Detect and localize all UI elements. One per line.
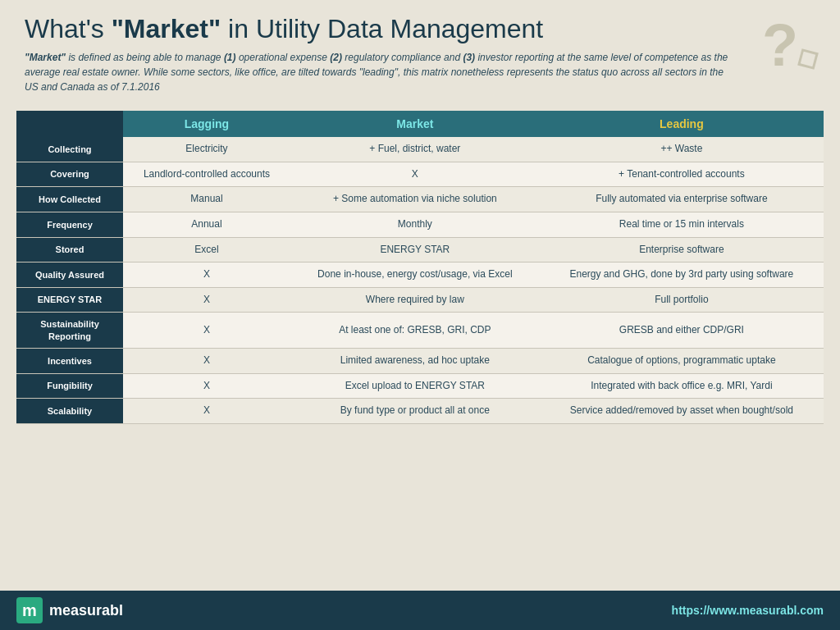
logo-icon: m <box>16 597 43 623</box>
col-header-lagging: Lagging <box>123 111 290 137</box>
row-leading: Real time or 15 min intervals <box>540 212 824 237</box>
table-row: FrequencyAnnualMonthlyReal time or 15 mi… <box>16 212 824 237</box>
row-leading: Enterprise software <box>540 237 824 262</box>
row-label: Scalability <box>16 399 123 424</box>
row-market: + Fuel, district, water <box>290 137 540 162</box>
table-row: CollectingElectricity+ Fuel, district, w… <box>16 137 824 162</box>
row-market: Monthly <box>290 212 540 237</box>
table-row: ScalabilityXBy fund type or product all … <box>16 399 824 424</box>
row-label: Sustainability Reporting <box>16 313 123 349</box>
row-lagging: X <box>123 287 290 313</box>
row-label: Frequency <box>16 212 123 237</box>
row-market: Where required by law <box>290 287 540 313</box>
row-market: X <box>290 162 540 187</box>
row-leading: Catalogue of options, programmatic uptak… <box>540 348 824 373</box>
row-leading: Integrated with back office e.g. MRI, Ya… <box>540 373 824 399</box>
row-leading: Service added/removed by asset when boug… <box>540 399 824 424</box>
row-market: Excel upload to ENERGY STAR <box>290 373 540 399</box>
row-label: Stored <box>16 237 123 262</box>
row-label: Covering <box>16 162 123 187</box>
row-market: Done in-house, energy cost/usage, via Ex… <box>290 262 540 288</box>
row-lagging: Excel <box>123 237 290 262</box>
logo-name: measurabl <box>49 602 123 619</box>
page-container: What's "Market" in Utility Data Manageme… <box>0 0 840 630</box>
row-lagging: X <box>123 313 290 349</box>
table-row: Sustainability ReportingXAt least one of… <box>16 313 824 349</box>
footer-logo: m measurabl <box>16 597 123 623</box>
row-lagging: Annual <box>123 212 290 237</box>
table-body: CollectingElectricity+ Fuel, district, w… <box>16 137 824 423</box>
row-market: Limited awareness, ad hoc uptake <box>290 348 540 373</box>
footer-url: https://www.measurabl.com <box>672 604 824 617</box>
logo-letter: m <box>22 601 37 620</box>
row-leading: Fully automated via enterprise software <box>540 187 824 212</box>
table-row: How CollectedManual+ Some automation via… <box>16 187 824 212</box>
title-market: "Market" <box>112 14 221 43</box>
row-label: ENERGY STAR <box>16 287 123 313</box>
table-row: StoredExcelENERGY STAREnterprise softwar… <box>16 237 824 262</box>
row-label: Quality Assured <box>16 262 123 288</box>
table-row: Quality AssuredXDone in-house, energy co… <box>16 262 824 288</box>
row-market: By fund type or product all at once <box>290 399 540 424</box>
comparison-table: Lagging Market Leading CollectingElectri… <box>16 111 824 424</box>
col-header-empty <box>16 111 123 137</box>
table-row: FungibilityXExcel upload to ENERGY STARI… <box>16 373 824 399</box>
description-market-bold: "Market" <box>25 52 66 63</box>
question-mark-decoration: ? <box>758 7 828 80</box>
row-lagging: X <box>123 348 290 373</box>
row-lagging: X <box>123 373 290 399</box>
comparison-table-wrapper: Lagging Market Leading CollectingElectri… <box>16 111 824 424</box>
page-title: What's "Market" in Utility Data Manageme… <box>25 15 815 43</box>
row-lagging: Landlord-controlled accounts <box>123 162 290 187</box>
row-leading: ++ Waste <box>540 137 824 162</box>
title-rest: in Utility Data Management <box>221 14 543 43</box>
row-leading: + Tenant-controlled accounts <box>540 162 824 187</box>
row-label: Incentives <box>16 348 123 373</box>
row-leading: Full portfolio <box>540 287 824 313</box>
table-row: IncentivesXLimited awareness, ad hoc upt… <box>16 348 824 373</box>
row-lagging: Manual <box>123 187 290 212</box>
col-header-market: Market <box>290 111 540 137</box>
col-header-leading: Leading <box>540 111 824 137</box>
row-lagging: X <box>123 262 290 288</box>
row-market: At least one of: GRESB, GRI, CDP <box>290 313 540 349</box>
description-rest: is defined as being able to manage (1) o… <box>25 52 728 93</box>
table-row: ENERGY STARXWhere required by lawFull po… <box>16 287 824 313</box>
svg-text:?: ? <box>762 12 798 76</box>
svg-rect-1 <box>799 50 817 68</box>
description-text: "Market" is defined as being able to man… <box>25 50 738 94</box>
row-leading: Energy and GHG, done by 3rd party using … <box>540 262 824 288</box>
row-market: + Some automation via niche solution <box>290 187 540 212</box>
row-label: Collecting <box>16 137 123 162</box>
row-label: Fungibility <box>16 373 123 399</box>
table-header-row: Lagging Market Leading <box>16 111 824 137</box>
table-row: CoveringLandlord-controlled accountsX+ T… <box>16 162 824 187</box>
row-leading: GRESB and either CDP/GRI <box>540 313 824 349</box>
header: What's "Market" in Utility Data Manageme… <box>0 0 840 103</box>
row-lagging: X <box>123 399 290 424</box>
footer: m measurabl https://www.measurabl.com <box>0 591 840 630</box>
title-plain: What's <box>25 14 112 43</box>
row-market: ENERGY STAR <box>290 237 540 262</box>
row-label: How Collected <box>16 187 123 212</box>
row-lagging: Electricity <box>123 137 290 162</box>
